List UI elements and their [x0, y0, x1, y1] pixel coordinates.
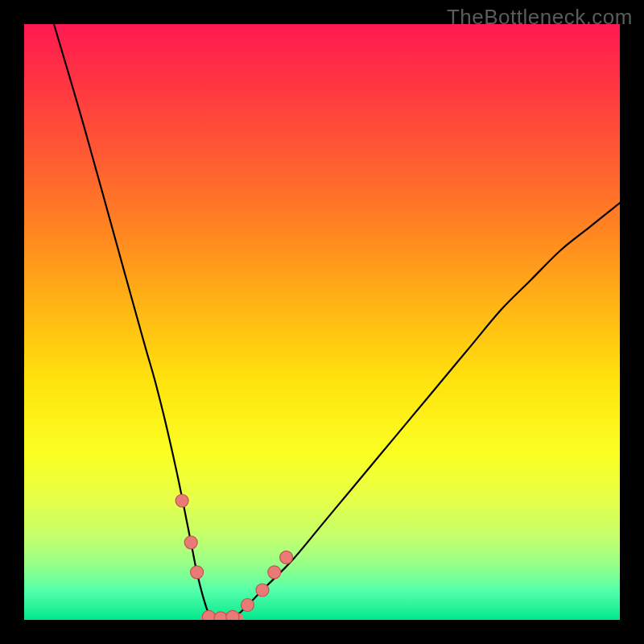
- curve-marker: [256, 584, 269, 597]
- curve-marker: [175, 494, 188, 507]
- watermark-text: TheBottleneck.com: [447, 5, 633, 30]
- curve-marker: [202, 610, 215, 620]
- plot-area: [24, 24, 620, 620]
- curve-svg: [24, 24, 620, 620]
- bottleneck-curve-path: [54, 24, 620, 620]
- curve-marker: [242, 599, 254, 612]
- curve-marker: [226, 610, 239, 620]
- chart-stage: TheBottleneck.com: [0, 0, 644, 644]
- curve-marker: [214, 612, 227, 620]
- curve-marker: [184, 536, 197, 549]
- curve-marker: [268, 566, 281, 579]
- curve-marker: [280, 551, 293, 564]
- curve-marker: [191, 566, 204, 579]
